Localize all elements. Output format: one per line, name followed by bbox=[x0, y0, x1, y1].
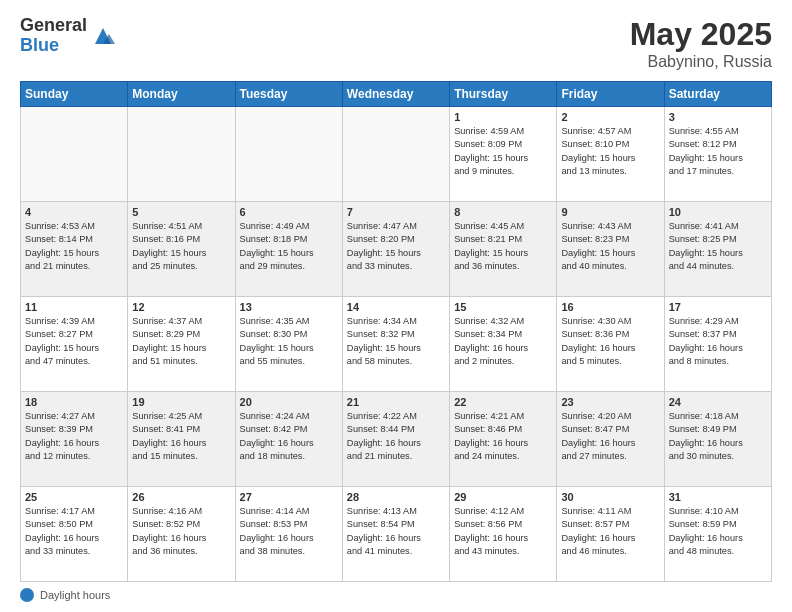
day-number: 23 bbox=[561, 396, 659, 408]
calendar-cell: 20Sunrise: 4:24 AM Sunset: 8:42 PM Dayli… bbox=[235, 392, 342, 487]
day-number: 12 bbox=[132, 301, 230, 313]
day-info: Sunrise: 4:20 AM Sunset: 8:47 PM Dayligh… bbox=[561, 410, 659, 463]
calendar-cell: 26Sunrise: 4:16 AM Sunset: 8:52 PM Dayli… bbox=[128, 487, 235, 582]
day-info: Sunrise: 4:37 AM Sunset: 8:29 PM Dayligh… bbox=[132, 315, 230, 368]
calendar-cell: 17Sunrise: 4:29 AM Sunset: 8:37 PM Dayli… bbox=[664, 297, 771, 392]
calendar-cell bbox=[235, 107, 342, 202]
day-info: Sunrise: 4:47 AM Sunset: 8:20 PM Dayligh… bbox=[347, 220, 445, 273]
day-number: 8 bbox=[454, 206, 552, 218]
day-number: 14 bbox=[347, 301, 445, 313]
calendar-cell: 2Sunrise: 4:57 AM Sunset: 8:10 PM Daylig… bbox=[557, 107, 664, 202]
calendar-cell: 8Sunrise: 4:45 AM Sunset: 8:21 PM Daylig… bbox=[450, 202, 557, 297]
day-number: 30 bbox=[561, 491, 659, 503]
calendar-cell: 5Sunrise: 4:51 AM Sunset: 8:16 PM Daylig… bbox=[128, 202, 235, 297]
day-number: 3 bbox=[669, 111, 767, 123]
logo-general: General bbox=[20, 16, 87, 36]
day-info: Sunrise: 4:13 AM Sunset: 8:54 PM Dayligh… bbox=[347, 505, 445, 558]
day-number: 31 bbox=[669, 491, 767, 503]
weekday-header-sunday: Sunday bbox=[21, 82, 128, 107]
day-number: 29 bbox=[454, 491, 552, 503]
day-info: Sunrise: 4:59 AM Sunset: 8:09 PM Dayligh… bbox=[454, 125, 552, 178]
calendar-week-row: 11Sunrise: 4:39 AM Sunset: 8:27 PM Dayli… bbox=[21, 297, 772, 392]
day-info: Sunrise: 4:11 AM Sunset: 8:57 PM Dayligh… bbox=[561, 505, 659, 558]
calendar-cell: 4Sunrise: 4:53 AM Sunset: 8:14 PM Daylig… bbox=[21, 202, 128, 297]
calendar-cell: 12Sunrise: 4:37 AM Sunset: 8:29 PM Dayli… bbox=[128, 297, 235, 392]
calendar-cell: 19Sunrise: 4:25 AM Sunset: 8:41 PM Dayli… bbox=[128, 392, 235, 487]
weekday-header-row: SundayMondayTuesdayWednesdayThursdayFrid… bbox=[21, 82, 772, 107]
day-number: 15 bbox=[454, 301, 552, 313]
day-number: 11 bbox=[25, 301, 123, 313]
day-info: Sunrise: 4:34 AM Sunset: 8:32 PM Dayligh… bbox=[347, 315, 445, 368]
calendar-cell: 14Sunrise: 4:34 AM Sunset: 8:32 PM Dayli… bbox=[342, 297, 449, 392]
day-number: 13 bbox=[240, 301, 338, 313]
day-info: Sunrise: 4:49 AM Sunset: 8:18 PM Dayligh… bbox=[240, 220, 338, 273]
footer-label: Daylight hours bbox=[40, 589, 110, 601]
day-info: Sunrise: 4:25 AM Sunset: 8:41 PM Dayligh… bbox=[132, 410, 230, 463]
calendar-cell: 9Sunrise: 4:43 AM Sunset: 8:23 PM Daylig… bbox=[557, 202, 664, 297]
calendar-cell: 6Sunrise: 4:49 AM Sunset: 8:18 PM Daylig… bbox=[235, 202, 342, 297]
day-number: 22 bbox=[454, 396, 552, 408]
weekday-header-friday: Friday bbox=[557, 82, 664, 107]
weekday-header-saturday: Saturday bbox=[664, 82, 771, 107]
day-number: 4 bbox=[25, 206, 123, 218]
day-number: 17 bbox=[669, 301, 767, 313]
calendar-cell: 11Sunrise: 4:39 AM Sunset: 8:27 PM Dayli… bbox=[21, 297, 128, 392]
day-number: 21 bbox=[347, 396, 445, 408]
day-number: 18 bbox=[25, 396, 123, 408]
page: General Blue May 2025 Babynino, Russia S… bbox=[0, 0, 792, 612]
location-subtitle: Babynino, Russia bbox=[630, 53, 772, 71]
calendar-cell: 31Sunrise: 4:10 AM Sunset: 8:59 PM Dayli… bbox=[664, 487, 771, 582]
calendar-cell: 10Sunrise: 4:41 AM Sunset: 8:25 PM Dayli… bbox=[664, 202, 771, 297]
calendar-cell: 23Sunrise: 4:20 AM Sunset: 8:47 PM Dayli… bbox=[557, 392, 664, 487]
calendar-cell: 27Sunrise: 4:14 AM Sunset: 8:53 PM Dayli… bbox=[235, 487, 342, 582]
day-info: Sunrise: 4:21 AM Sunset: 8:46 PM Dayligh… bbox=[454, 410, 552, 463]
calendar-week-row: 4Sunrise: 4:53 AM Sunset: 8:14 PM Daylig… bbox=[21, 202, 772, 297]
day-number: 16 bbox=[561, 301, 659, 313]
day-info: Sunrise: 4:24 AM Sunset: 8:42 PM Dayligh… bbox=[240, 410, 338, 463]
day-number: 24 bbox=[669, 396, 767, 408]
day-info: Sunrise: 4:18 AM Sunset: 8:49 PM Dayligh… bbox=[669, 410, 767, 463]
title-block: May 2025 Babynino, Russia bbox=[630, 16, 772, 71]
calendar-cell: 1Sunrise: 4:59 AM Sunset: 8:09 PM Daylig… bbox=[450, 107, 557, 202]
day-number: 9 bbox=[561, 206, 659, 218]
day-info: Sunrise: 4:55 AM Sunset: 8:12 PM Dayligh… bbox=[669, 125, 767, 178]
calendar-cell: 18Sunrise: 4:27 AM Sunset: 8:39 PM Dayli… bbox=[21, 392, 128, 487]
day-info: Sunrise: 4:17 AM Sunset: 8:50 PM Dayligh… bbox=[25, 505, 123, 558]
day-info: Sunrise: 4:29 AM Sunset: 8:37 PM Dayligh… bbox=[669, 315, 767, 368]
calendar-cell: 22Sunrise: 4:21 AM Sunset: 8:46 PM Dayli… bbox=[450, 392, 557, 487]
month-year-title: May 2025 bbox=[630, 16, 772, 53]
calendar-table: SundayMondayTuesdayWednesdayThursdayFrid… bbox=[20, 81, 772, 582]
day-number: 26 bbox=[132, 491, 230, 503]
day-number: 25 bbox=[25, 491, 123, 503]
day-number: 7 bbox=[347, 206, 445, 218]
calendar-week-row: 25Sunrise: 4:17 AM Sunset: 8:50 PM Dayli… bbox=[21, 487, 772, 582]
day-info: Sunrise: 4:12 AM Sunset: 8:56 PM Dayligh… bbox=[454, 505, 552, 558]
logo-icon bbox=[89, 22, 117, 50]
calendar-week-row: 1Sunrise: 4:59 AM Sunset: 8:09 PM Daylig… bbox=[21, 107, 772, 202]
day-number: 6 bbox=[240, 206, 338, 218]
calendar-cell: 30Sunrise: 4:11 AM Sunset: 8:57 PM Dayli… bbox=[557, 487, 664, 582]
weekday-header-thursday: Thursday bbox=[450, 82, 557, 107]
footer: Daylight hours bbox=[20, 588, 772, 602]
calendar-cell: 7Sunrise: 4:47 AM Sunset: 8:20 PM Daylig… bbox=[342, 202, 449, 297]
day-number: 2 bbox=[561, 111, 659, 123]
calendar-cell bbox=[128, 107, 235, 202]
day-info: Sunrise: 4:45 AM Sunset: 8:21 PM Dayligh… bbox=[454, 220, 552, 273]
calendar-cell: 3Sunrise: 4:55 AM Sunset: 8:12 PM Daylig… bbox=[664, 107, 771, 202]
day-info: Sunrise: 4:16 AM Sunset: 8:52 PM Dayligh… bbox=[132, 505, 230, 558]
day-info: Sunrise: 4:14 AM Sunset: 8:53 PM Dayligh… bbox=[240, 505, 338, 558]
calendar-cell: 21Sunrise: 4:22 AM Sunset: 8:44 PM Dayli… bbox=[342, 392, 449, 487]
day-info: Sunrise: 4:35 AM Sunset: 8:30 PM Dayligh… bbox=[240, 315, 338, 368]
day-number: 20 bbox=[240, 396, 338, 408]
day-info: Sunrise: 4:51 AM Sunset: 8:16 PM Dayligh… bbox=[132, 220, 230, 273]
footer-dot-icon bbox=[20, 588, 34, 602]
day-number: 27 bbox=[240, 491, 338, 503]
logo-text: General Blue bbox=[20, 16, 87, 56]
calendar-cell: 29Sunrise: 4:12 AM Sunset: 8:56 PM Dayli… bbox=[450, 487, 557, 582]
day-number: 1 bbox=[454, 111, 552, 123]
day-info: Sunrise: 4:30 AM Sunset: 8:36 PM Dayligh… bbox=[561, 315, 659, 368]
calendar-cell: 25Sunrise: 4:17 AM Sunset: 8:50 PM Dayli… bbox=[21, 487, 128, 582]
weekday-header-monday: Monday bbox=[128, 82, 235, 107]
header: General Blue May 2025 Babynino, Russia bbox=[20, 16, 772, 71]
day-info: Sunrise: 4:53 AM Sunset: 8:14 PM Dayligh… bbox=[25, 220, 123, 273]
